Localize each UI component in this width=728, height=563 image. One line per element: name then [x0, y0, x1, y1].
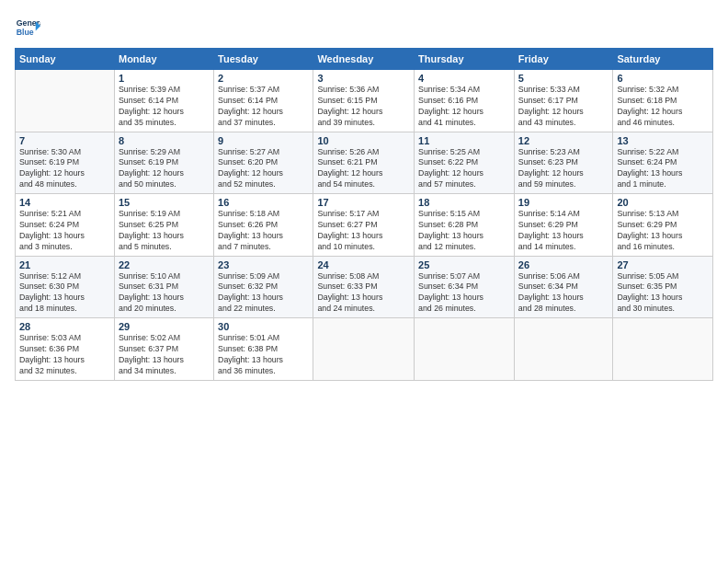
calendar-header-monday: Monday [114, 49, 213, 70]
calendar-header-saturday: Saturday [613, 49, 713, 70]
calendar-cell: 19Sunrise: 5:14 AM Sunset: 6:29 PM Dayli… [514, 194, 613, 257]
day-info: Sunrise: 5:34 AM Sunset: 6:16 PM Dayligh… [418, 85, 510, 129]
day-number: 3 [317, 73, 410, 84]
day-number: 7 [19, 135, 110, 146]
day-number: 26 [518, 259, 609, 270]
calendar-table: SundayMondayTuesdayWednesdayThursdayFrid… [15, 48, 713, 381]
day-info: Sunrise: 5:03 AM Sunset: 6:36 PM Dayligh… [19, 333, 110, 377]
day-info: Sunrise: 5:07 AM Sunset: 6:34 PM Dayligh… [418, 271, 510, 316]
day-info: Sunrise: 5:36 AM Sunset: 6:15 PM Dayligh… [317, 85, 410, 129]
calendar-cell: 15Sunrise: 5:19 AM Sunset: 6:25 PM Dayli… [114, 194, 213, 257]
day-info: Sunrise: 5:19 AM Sunset: 6:25 PM Dayligh… [119, 209, 210, 253]
calendar-header-thursday: Thursday [415, 49, 515, 70]
day-number: 12 [518, 135, 609, 146]
day-info: Sunrise: 5:10 AM Sunset: 6:31 PM Dayligh… [119, 271, 210, 316]
calendar-cell [415, 318, 515, 381]
day-number: 5 [518, 73, 609, 84]
day-info: Sunrise: 5:21 AM Sunset: 6:24 PM Dayligh… [19, 209, 110, 253]
day-info: Sunrise: 5:02 AM Sunset: 6:37 PM Dayligh… [119, 333, 210, 377]
day-number: 21 [19, 259, 110, 270]
day-number: 30 [218, 321, 309, 332]
day-number: 24 [317, 259, 410, 270]
calendar-week-4: 21Sunrise: 5:12 AM Sunset: 6:30 PM Dayli… [16, 256, 713, 318]
calendar-cell: 27Sunrise: 5:05 AM Sunset: 6:35 PM Dayli… [613, 256, 713, 318]
day-number: 23 [218, 259, 309, 270]
day-number: 18 [418, 197, 510, 208]
calendar-cell: 12Sunrise: 5:23 AM Sunset: 6:23 PM Dayli… [514, 132, 613, 194]
day-number: 10 [317, 135, 410, 146]
calendar-week-1: 1Sunrise: 5:39 AM Sunset: 6:14 PM Daylig… [16, 70, 713, 132]
calendar-cell: 21Sunrise: 5:12 AM Sunset: 6:30 PM Dayli… [16, 256, 115, 318]
day-number: 28 [19, 321, 110, 332]
calendar-cell: 25Sunrise: 5:07 AM Sunset: 6:34 PM Dayli… [415, 256, 515, 318]
calendar-cell: 17Sunrise: 5:17 AM Sunset: 6:27 PM Dayli… [313, 194, 415, 257]
calendar-week-3: 14Sunrise: 5:21 AM Sunset: 6:24 PM Dayli… [16, 194, 713, 257]
day-number: 1 [119, 73, 210, 84]
day-number: 16 [218, 197, 309, 208]
day-info: Sunrise: 5:18 AM Sunset: 6:26 PM Dayligh… [218, 209, 309, 253]
calendar-cell: 8Sunrise: 5:29 AM Sunset: 6:19 PM Daylig… [114, 132, 213, 194]
calendar-cell: 10Sunrise: 5:26 AM Sunset: 6:21 PM Dayli… [313, 132, 415, 194]
day-number: 29 [119, 321, 210, 332]
day-info: Sunrise: 5:27 AM Sunset: 6:20 PM Dayligh… [218, 147, 309, 191]
calendar-cell [613, 318, 713, 381]
calendar-cell: 20Sunrise: 5:13 AM Sunset: 6:29 PM Dayli… [613, 194, 713, 257]
day-number: 4 [418, 73, 510, 84]
calendar-cell: 24Sunrise: 5:08 AM Sunset: 6:33 PM Dayli… [313, 256, 415, 318]
day-info: Sunrise: 5:23 AM Sunset: 6:23 PM Dayligh… [518, 147, 609, 191]
calendar-cell: 2Sunrise: 5:37 AM Sunset: 6:14 PM Daylig… [214, 70, 313, 132]
calendar-week-2: 7Sunrise: 5:30 AM Sunset: 6:19 PM Daylig… [16, 132, 713, 194]
calendar-cell: 23Sunrise: 5:09 AM Sunset: 6:32 PM Dayli… [214, 256, 313, 318]
day-info: Sunrise: 5:05 AM Sunset: 6:35 PM Dayligh… [617, 271, 709, 316]
day-number: 9 [218, 135, 309, 146]
calendar-cell [514, 318, 613, 381]
page-header: General Blue [15, 15, 713, 40]
calendar-cell: 13Sunrise: 5:22 AM Sunset: 6:24 PM Dayli… [613, 132, 713, 194]
calendar-cell [16, 70, 115, 132]
logo-icon: General Blue [15, 15, 40, 40]
calendar-cell: 6Sunrise: 5:32 AM Sunset: 6:18 PM Daylig… [613, 70, 713, 132]
day-number: 17 [317, 197, 410, 208]
day-info: Sunrise: 5:33 AM Sunset: 6:17 PM Dayligh… [518, 85, 609, 129]
calendar-cell: 7Sunrise: 5:30 AM Sunset: 6:19 PM Daylig… [16, 132, 115, 194]
calendar-cell: 5Sunrise: 5:33 AM Sunset: 6:17 PM Daylig… [514, 70, 613, 132]
calendar-cell: 28Sunrise: 5:03 AM Sunset: 6:36 PM Dayli… [16, 318, 115, 381]
calendar-cell: 9Sunrise: 5:27 AM Sunset: 6:20 PM Daylig… [214, 132, 313, 194]
day-info: Sunrise: 5:09 AM Sunset: 6:32 PM Dayligh… [218, 271, 309, 316]
day-number: 27 [617, 259, 709, 270]
day-number: 22 [119, 259, 210, 270]
day-info: Sunrise: 5:30 AM Sunset: 6:19 PM Dayligh… [19, 147, 110, 191]
day-info: Sunrise: 5:15 AM Sunset: 6:28 PM Dayligh… [418, 209, 510, 253]
day-number: 15 [119, 197, 210, 208]
day-info: Sunrise: 5:26 AM Sunset: 6:21 PM Dayligh… [317, 147, 410, 191]
calendar-header-row: SundayMondayTuesdayWednesdayThursdayFrid… [16, 49, 713, 70]
day-info: Sunrise: 5:06 AM Sunset: 6:34 PM Dayligh… [518, 271, 609, 316]
day-number: 8 [119, 135, 210, 146]
day-info: Sunrise: 5:37 AM Sunset: 6:14 PM Dayligh… [218, 85, 309, 129]
day-number: 13 [617, 135, 709, 146]
day-number: 11 [418, 135, 510, 146]
calendar-cell: 26Sunrise: 5:06 AM Sunset: 6:34 PM Dayli… [514, 256, 613, 318]
calendar-cell: 18Sunrise: 5:15 AM Sunset: 6:28 PM Dayli… [415, 194, 515, 257]
calendar-cell: 30Sunrise: 5:01 AM Sunset: 6:38 PM Dayli… [214, 318, 313, 381]
logo: General Blue [15, 15, 44, 40]
calendar-header-tuesday: Tuesday [214, 49, 313, 70]
calendar-cell: 22Sunrise: 5:10 AM Sunset: 6:31 PM Dayli… [114, 256, 213, 318]
calendar-week-5: 28Sunrise: 5:03 AM Sunset: 6:36 PM Dayli… [16, 318, 713, 381]
day-number: 25 [418, 259, 510, 270]
day-number: 19 [518, 197, 609, 208]
calendar-header-friday: Friday [514, 49, 613, 70]
day-info: Sunrise: 5:12 AM Sunset: 6:30 PM Dayligh… [19, 271, 110, 316]
calendar-cell: 16Sunrise: 5:18 AM Sunset: 6:26 PM Dayli… [214, 194, 313, 257]
day-info: Sunrise: 5:22 AM Sunset: 6:24 PM Dayligh… [617, 147, 709, 191]
svg-text:Blue: Blue [17, 28, 34, 37]
day-number: 14 [19, 197, 110, 208]
day-info: Sunrise: 5:32 AM Sunset: 6:18 PM Dayligh… [617, 85, 709, 129]
calendar-cell: 4Sunrise: 5:34 AM Sunset: 6:16 PM Daylig… [415, 70, 515, 132]
calendar-cell: 14Sunrise: 5:21 AM Sunset: 6:24 PM Dayli… [16, 194, 115, 257]
day-number: 6 [617, 73, 709, 84]
day-number: 20 [617, 197, 709, 208]
calendar-cell: 1Sunrise: 5:39 AM Sunset: 6:14 PM Daylig… [114, 70, 213, 132]
calendar-cell: 3Sunrise: 5:36 AM Sunset: 6:15 PM Daylig… [313, 70, 415, 132]
day-info: Sunrise: 5:29 AM Sunset: 6:19 PM Dayligh… [119, 147, 210, 191]
